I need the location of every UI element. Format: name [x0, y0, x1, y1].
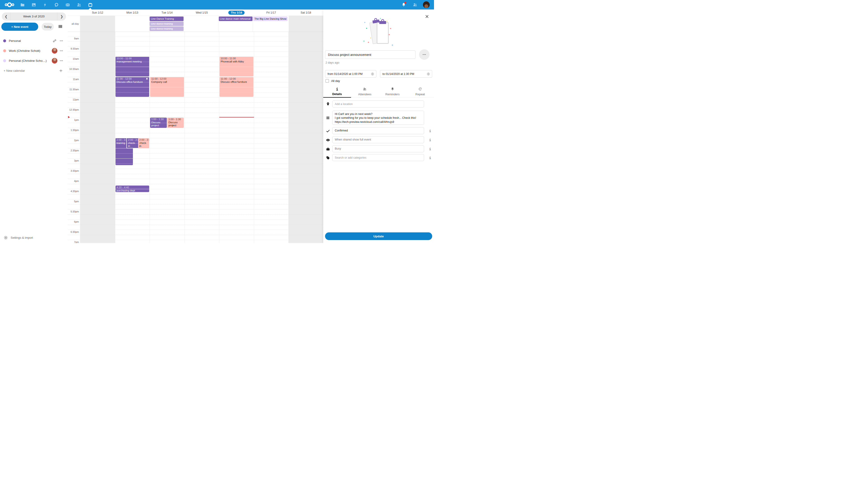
availability-select[interactable]: Busy	[332, 145, 424, 152]
timezone-globe-icon[interactable]	[427, 72, 430, 76]
close-icon[interactable]	[425, 15, 430, 20]
time-label: 1:30pm	[70, 129, 79, 132]
location-row	[323, 101, 434, 108]
event-chip[interactable]: 10:00 - 11:00management meeting	[116, 57, 149, 77]
next-week-button[interactable]: ❯	[57, 15, 66, 19]
notifications-bell-icon[interactable]	[399, 0, 408, 9]
sidebar-calendar-item[interactable]: Work (Christine Schott)	[0, 46, 68, 56]
all-day-event[interactable]: Line dance training	[150, 26, 184, 31]
all-day-event[interactable]: Line dance main rehearsal	[219, 17, 253, 21]
current-day-pill[interactable]: Thu 1/16	[228, 11, 245, 15]
new-calendar-button[interactable]: + New calendar	[0, 66, 68, 76]
day-column-tue[interactable]: 11:00 - 12:00Company call1:00 - 1:30Disc…	[150, 32, 184, 243]
categories-input[interactable]	[332, 154, 424, 161]
contacts-menu-icon[interactable]	[410, 0, 420, 9]
tab-attendees[interactable]: Attendees	[351, 86, 379, 97]
share-link-icon[interactable]	[51, 39, 58, 43]
app-icon-activity[interactable]	[39, 0, 51, 9]
event-chip[interactable]: 11:00 - 12:00Discuss office furniture	[219, 77, 253, 97]
availability-info-icon[interactable]: i	[429, 147, 431, 151]
event-chip[interactable]: 10:00 - 11:00Phonecall with Abby	[219, 57, 253, 77]
app-icon-calendar[interactable]	[85, 0, 96, 9]
plus-icon[interactable]	[57, 69, 64, 73]
day-column-sun[interactable]	[80, 32, 115, 243]
calendar-more-icon[interactable]	[58, 39, 65, 43]
all-day-cell[interactable]	[80, 16, 115, 32]
event-chip[interactable]: 11:00 - 12:00Company call	[150, 77, 184, 97]
timezone-globe-icon[interactable]	[371, 72, 374, 76]
calendar-more-icon[interactable]	[58, 49, 65, 53]
app-icon-files[interactable]	[17, 0, 28, 9]
today-button[interactable]: Today	[41, 23, 54, 31]
event-title-input[interactable]	[325, 51, 415, 59]
all-day-cell[interactable]	[289, 16, 323, 32]
time-label: 10am	[72, 57, 79, 60]
calendar-more-icon[interactable]	[58, 59, 65, 63]
event-title: Discuss project announcement	[151, 121, 166, 128]
app-icon-contacts[interactable]	[73, 0, 85, 9]
all-day-event[interactable]: Line dance training	[150, 22, 184, 26]
categories-info-icon[interactable]: i	[429, 156, 431, 160]
shared-by-avatar[interactable]	[51, 58, 58, 64]
tab-reminders[interactable]: Reminders	[379, 86, 406, 97]
event-editor-panel: 2 days ago from 01/14/2020 at 1:00 PM to…	[323, 9, 434, 243]
update-button[interactable]: Update	[325, 232, 432, 240]
all-day-cell[interactable]: The Big Line Dancing Show	[253, 16, 289, 32]
editor-tabs: iDetailsAttendeesRemindersRepeat	[323, 86, 434, 98]
status-info-icon[interactable]: i	[429, 129, 431, 133]
app-icon-mail[interactable]	[62, 0, 73, 9]
all-day-cell[interactable]: Line Dance TrainingLine dance trainingLi…	[149, 16, 184, 32]
all-day-checkbox-row[interactable]: All day	[326, 79, 340, 83]
day-column-mon[interactable]: 10:00 - 11:00management meeting11:00 - 1…	[115, 32, 150, 243]
event-chip[interactable]: 1:00 - 1:30Discuss project	[167, 117, 184, 128]
status-select[interactable]: Confirmed	[332, 127, 424, 134]
all-day-checkbox[interactable]	[326, 79, 329, 83]
view-mode-toggle-icon[interactable]	[58, 24, 63, 29]
location-input[interactable]	[332, 101, 424, 108]
all-day-cell[interactable]	[115, 16, 149, 32]
day-column-sat[interactable]	[288, 32, 323, 243]
event-chip[interactable]: 2:00 - 2:30check-in	[126, 138, 138, 148]
event-chip[interactable]: 1:00 - 1:30Discuss project announcement	[150, 117, 167, 128]
day-column-fri[interactable]	[254, 32, 289, 243]
more-actions-button[interactable]	[419, 49, 430, 60]
visibility-info-icon[interactable]: i	[429, 138, 431, 142]
event-time: 11:00 - 12:00	[117, 77, 148, 81]
day-column-thu[interactable]: 10:00 - 11:00Phonecall with Abby11:00 - …	[219, 32, 254, 243]
time-label: 9am	[74, 37, 79, 40]
day-column-wed[interactable]	[184, 32, 219, 243]
settings-import[interactable]: Settings & import	[4, 235, 33, 240]
end-datetime-field[interactable]: to 01/14/2020 at 1:30 PM	[380, 70, 432, 78]
description-textarea[interactable]: Hi Carl! are you in next week? I got som…	[332, 111, 424, 125]
week-label[interactable]: Week 3 of 2020	[10, 12, 57, 21]
all-day-event[interactable]: The Big Line Dancing Show	[253, 17, 287, 21]
tab-repeat[interactable]: Repeat	[406, 86, 434, 97]
all-day-cell[interactable]	[184, 16, 218, 32]
visibility-select[interactable]: When shared show full event	[332, 136, 424, 143]
event-time: 1:00 - 1:30	[151, 118, 166, 121]
event-chip[interactable]: 2:00 - 2:30check-in	[138, 138, 149, 148]
user-avatar[interactable]	[422, 0, 431, 9]
event-chip[interactable]: 11:00 - 12:00Discuss office furniture	[116, 77, 149, 97]
app-icon-talk[interactable]	[51, 0, 62, 9]
calendar-color-dot	[3, 59, 6, 62]
visibility-row: When shared show full event i	[323, 136, 434, 144]
previous-week-button[interactable]: ❮	[2, 15, 10, 19]
new-event-button[interactable]: + New event	[1, 23, 38, 31]
event-time: 2:00 - 2:30	[128, 139, 137, 142]
app-icon-photos[interactable]	[28, 0, 39, 9]
time-label: 4pm	[74, 180, 79, 182]
app-icon-logo[interactable]	[2, 0, 17, 9]
shared-by-avatar[interactable]	[51, 48, 58, 54]
all-day-cell[interactable]: Line dance main rehearsal	[218, 16, 253, 32]
week-navigation: ❮ Week 3 of 2020 ❯	[2, 12, 66, 21]
tab-label: Reminders	[385, 92, 400, 96]
sidebar-calendar-item[interactable]: Personal (Christine Scho…)	[0, 56, 68, 66]
sidebar-calendar-item[interactable]: Personal	[0, 36, 68, 46]
all-day-event[interactable]: Line Dance Training	[150, 17, 184, 21]
avatar	[52, 48, 57, 54]
event-chip[interactable]: 4:20 - 4:40purchasing dept	[116, 185, 149, 192]
tab-details[interactable]: iDetails	[323, 86, 351, 97]
start-datetime-field[interactable]: from 01/14/2020 at 1:00 PM	[325, 70, 376, 78]
grid-columns: 9am9:30am10am10:30am11am11:30am12pm12:30…	[68, 32, 323, 243]
